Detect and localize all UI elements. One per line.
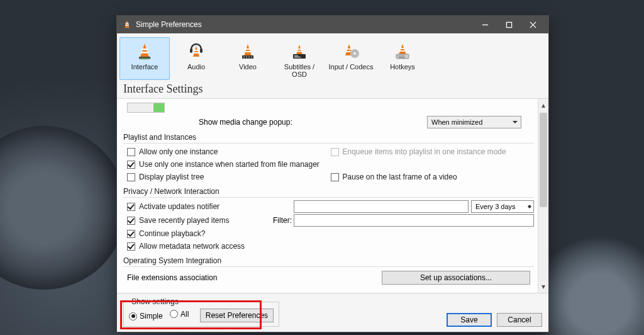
tab-hotkeys[interactable]: Hotkeys <box>377 37 428 80</box>
svg-rect-20 <box>245 51 251 52</box>
chk-pause-last-frame[interactable]: Pause on the last frame of a video <box>331 173 457 181</box>
filter-label: Filter: <box>273 216 294 225</box>
chk-continue-playback[interactable]: Continue playback? <box>127 229 205 238</box>
chk-metadata-access[interactable]: Allow metadata network access <box>127 242 245 251</box>
svg-marker-13 <box>193 46 199 57</box>
svg-rect-31 <box>294 57 301 57</box>
svg-rect-24 <box>248 56 250 58</box>
filter-field[interactable] <box>294 214 534 227</box>
svg-rect-17 <box>200 48 203 53</box>
checkbox-icon <box>127 242 135 251</box>
tab-input-codecs[interactable]: Input / Codecs <box>326 37 376 80</box>
radio-all[interactable]: All <box>170 310 189 319</box>
svg-rect-25 <box>251 56 252 58</box>
tab-label: Subtitles / OSD <box>276 63 323 78</box>
chk-label: Display playlist tree <box>139 173 204 181</box>
radio-simple[interactable]: Simple <box>129 312 163 321</box>
titlebar[interactable]: Simple Preferences <box>117 16 548 33</box>
chk-label: Enqueue items into playlist in one insta… <box>343 147 506 156</box>
svg-rect-1 <box>126 23 129 24</box>
svg-rect-41 <box>397 55 399 57</box>
minimize-button[interactable] <box>473 16 497 33</box>
group-playlist-title: Playlist and Instances <box>123 133 534 144</box>
chk-label: Continue playback? <box>139 229 205 238</box>
chk-one-instance-filemanager[interactable]: Use only one instance when started from … <box>127 160 319 169</box>
svg-rect-16 <box>190 48 192 53</box>
svg-rect-29 <box>293 54 306 59</box>
chk-label: Allow metadata network access <box>139 242 245 251</box>
spin-value: Every 3 days <box>475 203 516 210</box>
svg-rect-10 <box>141 52 148 54</box>
svg-rect-45 <box>399 57 405 59</box>
footer: Show settings Simple All Reset Preferenc… <box>117 293 548 332</box>
svg-rect-19 <box>245 48 250 50</box>
svg-rect-28 <box>297 51 302 52</box>
svg-rect-3 <box>124 28 130 29</box>
svg-rect-42 <box>399 55 401 57</box>
category-tabs: Interface Audio Video Subtitles / OSD In… <box>117 33 548 81</box>
svg-rect-9 <box>142 48 148 50</box>
chk-enqueue-one-instance: Enqueue items into playlist in one insta… <box>331 147 506 156</box>
maximize-button[interactable] <box>497 16 521 33</box>
svg-rect-5 <box>506 22 511 27</box>
chk-allow-one-instance[interactable]: Allow only one instance <box>127 147 218 156</box>
preferences-window: Simple Preferences Interface Audio Video <box>116 15 549 332</box>
tab-subtitles[interactable]: Subtitles / OSD <box>274 37 325 80</box>
svg-rect-33 <box>347 48 352 50</box>
chk-activate-updates[interactable]: Activate updates notifier <box>127 202 294 211</box>
scroll-up-icon[interactable]: ▴ <box>538 100 548 110</box>
chk-display-playlist-tree[interactable]: Display playlist tree <box>127 173 204 181</box>
tab-audio[interactable]: Audio <box>171 37 221 80</box>
chk-label: Save recently played items <box>139 216 229 225</box>
media-popup-value: When minimized <box>431 118 482 126</box>
group-os-title: Operating System Integration <box>123 256 534 267</box>
svg-rect-44 <box>403 55 404 57</box>
updates-spacer-field[interactable] <box>294 200 469 213</box>
checkbox-icon <box>127 203 135 211</box>
svg-rect-38 <box>400 48 405 49</box>
tab-label: Input / Codecs <box>328 63 374 71</box>
vertical-scrollbar[interactable]: ▴ ▾ <box>538 98 548 293</box>
preview-thumbnail <box>127 103 165 113</box>
cone-icon <box>121 40 168 62</box>
svg-marker-26 <box>296 45 303 55</box>
radio-label: All <box>180 310 189 319</box>
checkbox-icon <box>127 173 135 181</box>
checkbox-icon <box>127 217 135 225</box>
scrollbar-track[interactable] <box>538 110 548 281</box>
svg-point-36 <box>353 52 356 55</box>
radio-icon <box>129 312 137 321</box>
checkbox-icon <box>127 230 135 238</box>
tab-label: Video <box>225 63 271 71</box>
disc-cone-icon <box>328 40 374 62</box>
cancel-button[interactable]: Cancel <box>497 313 542 327</box>
tab-label: Hotkeys <box>379 63 426 71</box>
checkbox-icon <box>331 148 339 156</box>
screen-cone-icon <box>276 40 323 62</box>
setup-associations-button[interactable]: Set up associations... <box>382 271 530 285</box>
show-settings-group: Show settings Simple All Reset Preferenc… <box>123 297 279 327</box>
keyboard-cone-icon <box>379 40 426 62</box>
save-button[interactable]: Save <box>447 313 492 327</box>
show-settings-legend: Show settings <box>129 297 181 306</box>
radio-icon <box>170 310 178 318</box>
reset-preferences-button[interactable]: Reset Preferences <box>200 309 274 322</box>
scroll-down-icon[interactable]: ▾ <box>538 281 548 292</box>
svg-rect-30 <box>294 55 298 56</box>
checkbox-icon <box>331 173 339 181</box>
tab-video[interactable]: Video <box>223 37 273 80</box>
svg-marker-8 <box>140 43 149 57</box>
chk-save-recent[interactable]: Save recently played items <box>127 216 273 225</box>
svg-marker-0 <box>125 20 130 28</box>
media-popup-combo[interactable]: When minimized <box>427 116 521 128</box>
scrollbar-thumb[interactable] <box>540 113 547 207</box>
radio-label: Simple <box>140 312 163 321</box>
updates-interval-spin[interactable]: Every 3 days <box>471 200 534 213</box>
close-button[interactable] <box>521 16 545 33</box>
tab-interface[interactable]: Interface <box>119 37 170 80</box>
checkbox-icon <box>127 148 135 156</box>
svg-rect-22 <box>243 56 245 58</box>
film-cone-icon <box>225 40 271 62</box>
checkbox-icon <box>127 161 135 169</box>
svg-rect-14 <box>194 50 199 51</box>
